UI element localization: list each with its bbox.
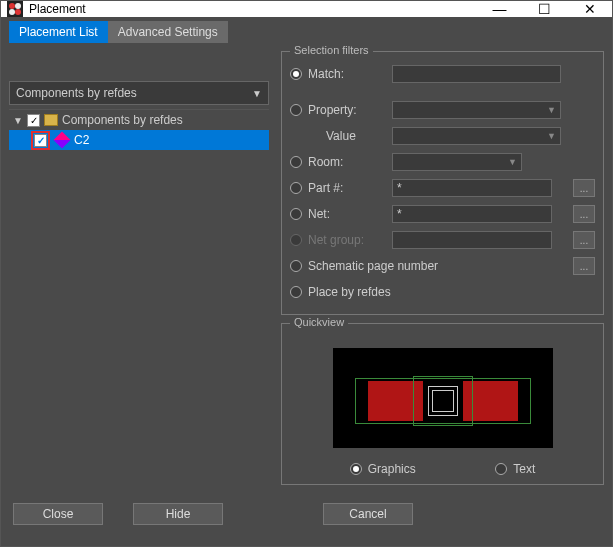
more-schematic-button[interactable]: ... — [573, 257, 595, 275]
right-panel: Selection filters Match: Property: ▼ Val… — [281, 51, 604, 485]
more-netgroup-button[interactable]: ... — [573, 231, 595, 249]
radio-netgroup[interactable] — [290, 234, 302, 246]
svg-point-3 — [9, 9, 15, 15]
quickview-canvas — [333, 348, 553, 448]
chevron-down-icon: ▼ — [252, 88, 262, 99]
view-mode-label: Components by refdes — [16, 86, 137, 100]
label-property: Property: — [308, 103, 386, 117]
window-buttons: — ☐ ✕ — [477, 1, 612, 17]
radio-schematic[interactable] — [290, 260, 302, 272]
tab-bar: Placement List Advanced Settings — [1, 17, 612, 43]
input-netgroup — [392, 231, 552, 249]
hide-button[interactable]: Hide — [133, 503, 223, 525]
dialog-body: Components by refdes ▼ ▼ ✓ Components by… — [1, 43, 612, 493]
label-match: Match: — [308, 67, 386, 81]
chevron-down-icon: ▼ — [547, 131, 556, 141]
chevron-down-icon: ▼ — [547, 105, 556, 115]
folder-icon — [44, 114, 58, 126]
tree-root-checkbox[interactable]: ✓ — [27, 114, 40, 127]
tree-expand-icon[interactable]: ▼ — [13, 115, 23, 126]
component-tree[interactable]: ▼ ✓ Components by refdes C2 — [9, 109, 269, 485]
label-schematic: Schematic page number — [308, 259, 438, 273]
label-net: Net: — [308, 207, 386, 221]
app-icon — [7, 1, 23, 17]
window-title: Placement — [29, 2, 477, 16]
label-place-by-refdes: Place by refdes — [308, 285, 391, 299]
radio-property[interactable] — [290, 104, 302, 116]
radio-net[interactable] — [290, 208, 302, 220]
footer-left-group: Close Hide — [13, 503, 223, 547]
label-part: Part #: — [308, 181, 386, 195]
left-panel: Components by refdes ▼ ▼ ✓ Components by… — [9, 51, 269, 485]
label-text: Text — [513, 462, 535, 476]
minimize-button[interactable]: — — [477, 1, 522, 17]
tree-item-label: C2 — [74, 133, 89, 147]
label-graphics: Graphics — [368, 462, 416, 476]
footer: Close Hide Cancel Help — [1, 493, 612, 547]
combo-property[interactable]: ▼ — [392, 101, 561, 119]
quickview-legend: Quickview — [290, 316, 348, 328]
tree-root-label: Components by refdes — [62, 113, 183, 127]
svg-point-1 — [9, 3, 15, 9]
titlebar: Placement — ☐ ✕ — [1, 1, 612, 17]
radio-match[interactable] — [290, 68, 302, 80]
tree-root-row[interactable]: ▼ ✓ Components by refdes — [9, 110, 269, 130]
chevron-down-icon: ▼ — [508, 157, 517, 167]
radio-place-by-refdes[interactable] — [290, 286, 302, 298]
more-net-button[interactable]: ... — [573, 205, 595, 223]
selection-filters-group: Selection filters Match: Property: ▼ Val… — [281, 51, 604, 315]
radio-part[interactable] — [290, 182, 302, 194]
label-property-value: Value — [326, 129, 386, 143]
combo-room[interactable]: ▼ — [392, 153, 522, 171]
qv-inner-2 — [432, 390, 454, 412]
radio-graphics[interactable] — [350, 463, 362, 475]
input-net[interactable] — [392, 205, 552, 223]
tree-item-c2[interactable]: C2 — [9, 130, 269, 150]
close-button[interactable]: Close — [13, 503, 103, 525]
more-part-button[interactable]: ... — [573, 179, 595, 197]
svg-rect-0 — [7, 1, 23, 17]
label-netgroup: Net group: — [308, 233, 386, 247]
tree-item-checkbox[interactable] — [34, 134, 47, 147]
combo-property-value[interactable]: ▼ — [392, 127, 561, 145]
component-icon — [54, 132, 71, 149]
quickview-group: Quickview Graphics Text — [281, 323, 604, 485]
qv-radio-graphics-item[interactable]: Graphics — [350, 462, 416, 476]
tab-placement-list[interactable]: Placement List — [9, 21, 108, 43]
close-window-button[interactable]: ✕ — [567, 1, 612, 17]
qv-radio-text-item[interactable]: Text — [495, 462, 535, 476]
placement-dialog: Placement — ☐ ✕ Placement List Advanced … — [0, 0, 613, 547]
view-mode-dropdown[interactable]: Components by refdes ▼ — [9, 81, 269, 105]
maximize-button[interactable]: ☐ — [522, 1, 567, 17]
cancel-button[interactable]: Cancel — [323, 503, 413, 525]
label-room: Room: — [308, 155, 386, 169]
svg-point-2 — [15, 3, 21, 9]
highlight-box — [31, 131, 50, 150]
svg-point-4 — [15, 9, 21, 15]
input-part[interactable] — [392, 179, 552, 197]
input-match[interactable] — [392, 65, 561, 83]
radio-room[interactable] — [290, 156, 302, 168]
tab-advanced-settings[interactable]: Advanced Settings — [108, 21, 228, 43]
footer-right-group: Cancel Help — [323, 503, 600, 547]
quickview-mode-radios: Graphics Text — [290, 458, 595, 476]
selection-filters-legend: Selection filters — [290, 44, 373, 56]
radio-text[interactable] — [495, 463, 507, 475]
